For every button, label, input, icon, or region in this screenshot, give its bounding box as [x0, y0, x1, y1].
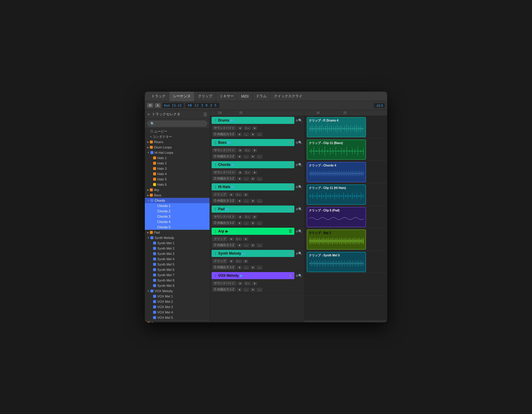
- bass-dots2[interactable]: ▾: [250, 155, 255, 159]
- sidebar-item-synth-mel3[interactable]: Synth Mel 3: [145, 251, 210, 256]
- synth-send-dropdown[interactable]: ▾: [243, 259, 248, 263]
- pad-search-btn[interactable]: 🔍: [298, 207, 302, 211]
- sidebar-item-vox-folder[interactable]: ▼ VOX Melody: [145, 288, 210, 294]
- hihats-output-dropdown[interactable]: ▾: [237, 199, 242, 203]
- vox-dots1[interactable]: ...: [243, 288, 249, 292]
- bass-dots1[interactable]: ...: [243, 155, 249, 159]
- pad-output-dropdown[interactable]: ▾: [237, 221, 242, 225]
- vox-output-dropdown[interactable]: ▾: [237, 288, 242, 292]
- sidebar-item-synth-mel1[interactable]: Synth Mel 1: [145, 240, 210, 246]
- drums-dots1[interactable]: ...: [243, 132, 249, 136]
- vox-source-dropdown[interactable]: ▾: [238, 282, 243, 285]
- sidebar-item-chords2[interactable]: Chords 2: [145, 208, 210, 214]
- pad-dots1[interactable]: ...: [243, 221, 249, 225]
- sidebar-item-pad-folder[interactable]: ▶ Pad: [145, 230, 210, 235]
- drums-search-btn[interactable]: 🔍: [298, 119, 302, 122]
- chords-play-btn[interactable]: ▶: [232, 163, 234, 167]
- vox-dots2[interactable]: ▾: [250, 288, 255, 292]
- bass-send-dropdown[interactable]: ▾: [252, 148, 257, 152]
- hihats-source-dropdown[interactable]: ▾: [229, 193, 234, 197]
- sidebar-item-hihat-loops[interactable]: ▼ Hi Hat Loops: [145, 150, 210, 155]
- pad-play-btn[interactable]: ▶: [226, 207, 228, 211]
- sidebar-item-conductor[interactable]: ♦ コンダクター: [145, 134, 210, 139]
- sidebar-item-vox-mel2[interactable]: VOX Mel 2: [145, 299, 210, 304]
- sidebar-item-synth-folder[interactable]: ▼ Synth Melody: [145, 235, 210, 240]
- drums-send-dropdown[interactable]: ▾: [252, 126, 257, 130]
- sidebar-item-synth-mel5[interactable]: Synth Mel 5: [145, 262, 210, 267]
- sidebar-item-vox-mel3[interactable]: VOX Mel 3: [145, 304, 210, 310]
- vox-play-btn[interactable]: ▶: [240, 274, 243, 278]
- clip-pad[interactable]: クリップ - Clip 5 (Pad): [307, 207, 366, 227]
- synth-dots2[interactable]: ▾: [250, 266, 255, 269]
- bass-source-dropdown[interactable]: ▾: [238, 148, 243, 152]
- sidebar-item-hats4[interactable]: Hats 4: [145, 171, 210, 177]
- clip-arp[interactable]: クリップ - Arp 1: [307, 229, 366, 250]
- arp-dots3[interactable]: ...: [257, 243, 262, 247]
- synth-output-dropdown[interactable]: ▾: [237, 266, 242, 269]
- hihats-dots3[interactable]: ...: [257, 199, 262, 203]
- vox-dots3[interactable]: ...: [257, 288, 262, 292]
- clip-synth[interactable]: クリップ - Synth Mel 5: [307, 252, 366, 272]
- hihats-expand-btn[interactable]: ⊕: [296, 185, 298, 189]
- vox-send-dropdown[interactable]: ▾: [252, 282, 257, 285]
- sidebar-item-chords-folder[interactable]: ▼ Chords: [145, 198, 210, 203]
- pad-dots3[interactable]: ...: [257, 221, 262, 225]
- sidebar-item-risers[interactable]: ▶ Risers: [145, 139, 210, 145]
- pad-source-dropdown[interactable]: ▾: [238, 215, 243, 219]
- sidebar-item-hats2[interactable]: Hats 2: [145, 161, 210, 166]
- vox-search-btn[interactable]: 🔍: [298, 274, 302, 278]
- arp-dots1[interactable]: ...: [243, 243, 249, 247]
- clip-bass[interactable]: クリップ - Clip 11 (Bass): [307, 140, 366, 160]
- sidebar-item-chords3[interactable]: Chords 3: [145, 214, 210, 219]
- tab-mixer[interactable]: ミキサー: [216, 92, 238, 101]
- sidebar-item-synth-mel6[interactable]: Synth Mel 6: [145, 267, 210, 272]
- synth-dots3[interactable]: ...: [257, 266, 262, 269]
- arp-output-dropdown[interactable]: ▾: [237, 243, 242, 247]
- vox-menu-btn[interactable]: ☰: [289, 274, 292, 278]
- chords-dots2[interactable]: ▾: [250, 177, 255, 181]
- tab-drum[interactable]: ドラム: [252, 92, 270, 101]
- sidebar-item-synth-mel2[interactable]: Synth Mel 2: [145, 246, 210, 251]
- sidebar-item-chords1[interactable]: Chords 1: [145, 203, 210, 208]
- bass-play-btn[interactable]: ▶: [228, 140, 231, 145]
- chords-search-btn[interactable]: 🔍: [298, 163, 302, 167]
- sidebar-item-synth-mel7[interactable]: Synth Mel 7: [145, 272, 210, 278]
- chords-dots3[interactable]: ...: [257, 177, 262, 181]
- bottom-scrollbar[interactable]: [304, 320, 387, 322]
- drums-play-btn[interactable]: ▶: [231, 118, 233, 122]
- drums-output-dropdown[interactable]: ▾: [237, 132, 242, 136]
- drums-menu-btn[interactable]: ☰: [289, 118, 292, 122]
- tab-track[interactable]: トラック: [148, 92, 169, 101]
- chords-expand-btn[interactable]: ⊕: [296, 163, 298, 167]
- sidebar-item-synth-mel8[interactable]: Synth Mel 8: [145, 278, 210, 283]
- arp-dots2[interactable]: ▾: [250, 243, 255, 247]
- chords-menu-btn[interactable]: ☰: [289, 163, 292, 167]
- arp-search-btn[interactable]: 🔍: [298, 229, 302, 233]
- hihats-dots2[interactable]: ▾: [250, 199, 255, 203]
- arp-send-dropdown[interactable]: ▾: [243, 237, 248, 241]
- chords-source-dropdown[interactable]: ▾: [238, 171, 243, 174]
- sidebar-item-hats1[interactable]: Hats 1: [145, 155, 210, 161]
- tab-clip[interactable]: クリップ: [194, 92, 216, 101]
- drums-source-dropdown[interactable]: ▾: [238, 126, 243, 130]
- synth-play-btn[interactable]: ▶: [242, 251, 245, 255]
- synth-source-dropdown[interactable]: ▾: [229, 259, 234, 263]
- tab-midi[interactable]: MIDI: [238, 92, 252, 101]
- sidebar-item-chords4[interactable]: Chords 4: [145, 219, 210, 224]
- pad-dots2[interactable]: ▾: [250, 221, 255, 225]
- pad-expand-btn[interactable]: ⊕: [296, 207, 298, 211]
- bass-expand-btn[interactable]: ⊕: [296, 141, 298, 145]
- arp-source-dropdown[interactable]: ▾: [229, 237, 234, 241]
- pad-send-dropdown[interactable]: ▾: [252, 215, 257, 219]
- tab-quick[interactable]: クイックスクライ: [270, 92, 306, 101]
- synth-menu-btn[interactable]: ☰: [289, 251, 292, 255]
- drums-dots2[interactable]: ▾: [250, 132, 255, 136]
- arp-menu-btn[interactable]: ☰: [289, 229, 292, 233]
- hihats-menu-btn[interactable]: ☰: [289, 185, 292, 189]
- bass-search-btn[interactable]: 🔍: [298, 141, 302, 145]
- chords-output-dropdown[interactable]: ▾: [237, 177, 242, 181]
- bass-menu-btn[interactable]: ☰: [289, 140, 292, 145]
- pad-menu-btn[interactable]: ☰: [289, 207, 292, 211]
- clip-chords[interactable]: クリップ - Chords 4: [307, 162, 366, 182]
- arp-play-btn[interactable]: ▶: [226, 229, 228, 233]
